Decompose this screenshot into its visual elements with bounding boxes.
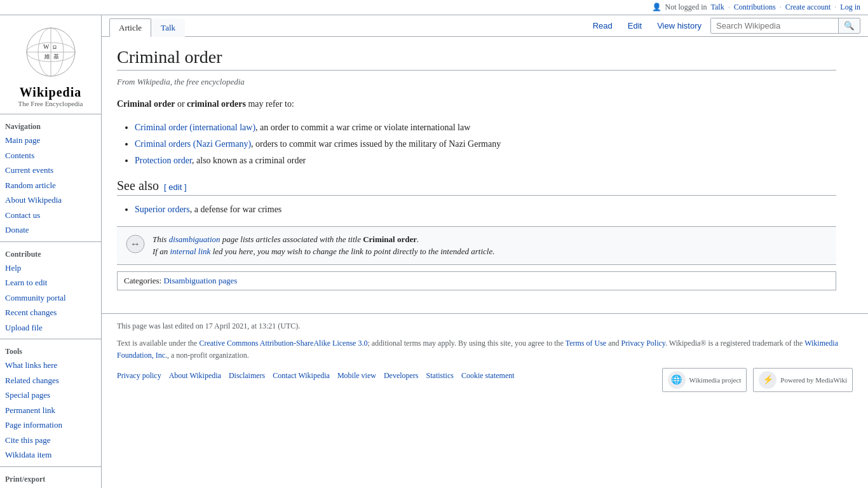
lead-text2: may refer to: bbox=[246, 99, 294, 109]
footer-links: Privacy policy About Wikipedia Disclaime… bbox=[117, 371, 522, 381]
footer-developers-link[interactable]: Developers bbox=[384, 371, 419, 381]
see-also-edit-link[interactable]: [ edit ] bbox=[164, 182, 186, 192]
license-link[interactable]: Creative Commons Attribution-ShareAlike … bbox=[199, 339, 367, 348]
search-box: 🔍 bbox=[710, 18, 860, 34]
criminal-order-intl-link[interactable]: Criminal order (international law) bbox=[135, 123, 255, 132]
talk-link[interactable]: Talk bbox=[711, 3, 724, 12]
tabs-bar: Article Talk Read Edit View history 🔍 bbox=[102, 15, 868, 37]
sidebar-item-community-portal[interactable]: Community portal bbox=[0, 290, 101, 306]
disambig-text: This disambiguation page lists articles … bbox=[153, 233, 494, 258]
sidebar-item-contact-us[interactable]: Contact us bbox=[0, 208, 101, 223]
list-item: Criminal orders (Nazi Germany), orders t… bbox=[135, 137, 836, 152]
criminal-orders-nazi-link[interactable]: Criminal orders (Nazi Germany) bbox=[135, 139, 251, 149]
footer-about-link[interactable]: About Wikipedia bbox=[169, 371, 221, 381]
user-icon: 👤 bbox=[652, 3, 661, 12]
sidebar-item-what-links-here[interactable]: What links here bbox=[0, 358, 101, 373]
contributions-link[interactable]: Contributions bbox=[734, 3, 776, 12]
sidebar-item-main-page[interactable]: Main page bbox=[0, 133, 101, 148]
from-line: From Wikipedia, the free encyclopedia bbox=[117, 77, 836, 87]
svg-text:Ω: Ω bbox=[53, 44, 57, 50]
footer-cookie-link[interactable]: Cookie statement bbox=[461, 371, 515, 381]
view-history-tab[interactable]: View history bbox=[651, 17, 708, 34]
wikimedia-label: Wikimedia project bbox=[689, 376, 742, 384]
footer-disclaimers-link[interactable]: Disclaimers bbox=[229, 371, 265, 381]
wikimedia-badge: 🌐 Wikimedia project bbox=[662, 368, 747, 392]
list-item: Criminal order (international law), an o… bbox=[135, 120, 836, 135]
sidebar-item-related-changes[interactable]: Related changes bbox=[0, 373, 101, 388]
see-also-list: Superior orders, a defense for war crime… bbox=[135, 202, 836, 217]
search-button[interactable]: 🔍 bbox=[838, 18, 860, 33]
edit-tab[interactable]: Edit bbox=[621, 17, 648, 34]
footer-bottom: Privacy policy About Wikipedia Disclaime… bbox=[117, 368, 853, 392]
mediawiki-badge: ⚡ Powered by MediaWiki bbox=[753, 368, 853, 392]
sidebar-item-page-information[interactable]: Page information bbox=[0, 417, 101, 433]
tab-talk[interactable]: Talk bbox=[151, 18, 185, 37]
disambiguation-box: ↔ This disambiguation page lists article… bbox=[117, 226, 836, 265]
mediawiki-logo: ⚡ bbox=[759, 371, 776, 389]
lead-bold1: Criminal order bbox=[117, 99, 175, 109]
footer-privacy-link[interactable]: Privacy policy bbox=[117, 371, 161, 381]
sidebar-item-about-wikipedia[interactable]: About Wikipedia bbox=[0, 193, 101, 208]
sidebar-item-random-article[interactable]: Random article bbox=[0, 178, 101, 193]
wikipedia-tagline: The Free Encyclopedia bbox=[0, 100, 101, 107]
wikipedia-wordmark: Wikipedia bbox=[0, 85, 101, 100]
terms-link[interactable]: Terms of Use bbox=[566, 339, 606, 348]
sidebar-item-upload-file[interactable]: Upload file bbox=[0, 320, 101, 336]
wikimedia-logo: 🌐 bbox=[668, 371, 686, 389]
disambig-icon: ↔ bbox=[126, 234, 145, 257]
sidebar-item-download-pdf[interactable]: Download as PDF bbox=[0, 485, 101, 489]
categories-box: Categories: Disambiguation pages bbox=[117, 271, 836, 290]
search-input[interactable] bbox=[711, 18, 838, 33]
read-tab[interactable]: Read bbox=[587, 17, 619, 34]
footer-statistics-link[interactable]: Statistics bbox=[426, 371, 454, 381]
footer-mobile-link[interactable]: Mobile view bbox=[337, 371, 376, 381]
footer-contact-link[interactable]: Contact Wikipedia bbox=[273, 371, 330, 381]
see-also-heading: See also [ edit ] bbox=[117, 179, 836, 196]
protection-order-link[interactable]: Protection order bbox=[135, 156, 192, 165]
internal-link[interactable]: internal link bbox=[170, 247, 210, 256]
sidebar-item-permanent-link[interactable]: Permanent link bbox=[0, 403, 101, 418]
privacy-policy-link[interactable]: Privacy Policy bbox=[621, 339, 666, 348]
sidebar-item-recent-changes[interactable]: Recent changes bbox=[0, 305, 101, 320]
contribute-heading: Contribute bbox=[0, 246, 101, 261]
sidebar-item-special-pages[interactable]: Special pages bbox=[0, 388, 101, 403]
svg-text:基: 基 bbox=[53, 53, 59, 60]
sidebar-item-cite-this-page[interactable]: Cite this page bbox=[0, 433, 101, 448]
svg-text:W: W bbox=[43, 43, 50, 50]
categories-label: Categories: bbox=[124, 276, 161, 285]
list-item: Protection order, also known as a crimin… bbox=[135, 153, 836, 168]
sidebar-item-wikidata-item[interactable]: Wikidata item bbox=[0, 447, 101, 463]
sidebar-item-contents[interactable]: Contents bbox=[0, 148, 101, 163]
sidebar-item-current-events[interactable]: Current events bbox=[0, 163, 101, 178]
list-item: Superior orders, a defense for war crime… bbox=[135, 202, 836, 217]
lead-bold2: criminal orders bbox=[187, 99, 246, 109]
footer-last-edited: This page was last edited on 17 April 20… bbox=[117, 322, 853, 331]
category-disambiguation-pages[interactable]: Disambiguation pages bbox=[163, 276, 237, 285]
top-bar: 👤 Not logged in Talk · Contributions · C… bbox=[0, 0, 868, 15]
main-bullet-list: Criminal order (international law), an o… bbox=[135, 120, 836, 168]
print-heading: Print/export bbox=[0, 471, 101, 485]
mediawiki-label: Powered by MediaWiki bbox=[780, 376, 847, 384]
wikipedia-logo: W Ω 維 基 bbox=[0, 20, 101, 85]
footer: This page was last edited on 17 April 20… bbox=[102, 313, 868, 400]
nav-heading: Navigation bbox=[0, 118, 101, 133]
svg-text:維: 維 bbox=[44, 53, 50, 60]
lead-paragraph: Criminal order or criminal orders may re… bbox=[117, 97, 836, 111]
tab-article[interactable]: Article bbox=[109, 18, 151, 37]
create-account-link[interactable]: Create account bbox=[785, 3, 831, 12]
footer-badges: 🌐 Wikimedia project ⚡ Powered by MediaWi… bbox=[662, 368, 853, 392]
log-in-link[interactable]: Log in bbox=[840, 3, 860, 12]
disambiguation-link[interactable]: disambiguation bbox=[169, 234, 220, 244]
sidebar: W Ω 維 基 Wikipedia The Free Encyclopedia … bbox=[0, 15, 102, 488]
sidebar-item-learn-to-edit[interactable]: Learn to edit bbox=[0, 275, 101, 290]
superior-orders-link[interactable]: Superior orders bbox=[135, 205, 190, 214]
sidebar-item-donate[interactable]: Donate bbox=[0, 222, 101, 238]
svg-text:↔: ↔ bbox=[130, 238, 140, 249]
article-title: Criminal order bbox=[117, 47, 836, 71]
sidebar-item-help[interactable]: Help bbox=[0, 261, 101, 276]
tools-heading: Tools bbox=[0, 343, 101, 358]
not-logged-in: Not logged in bbox=[665, 3, 707, 12]
lead-text1: or bbox=[175, 99, 187, 109]
footer-license: Text is available under the Creative Com… bbox=[117, 337, 853, 362]
